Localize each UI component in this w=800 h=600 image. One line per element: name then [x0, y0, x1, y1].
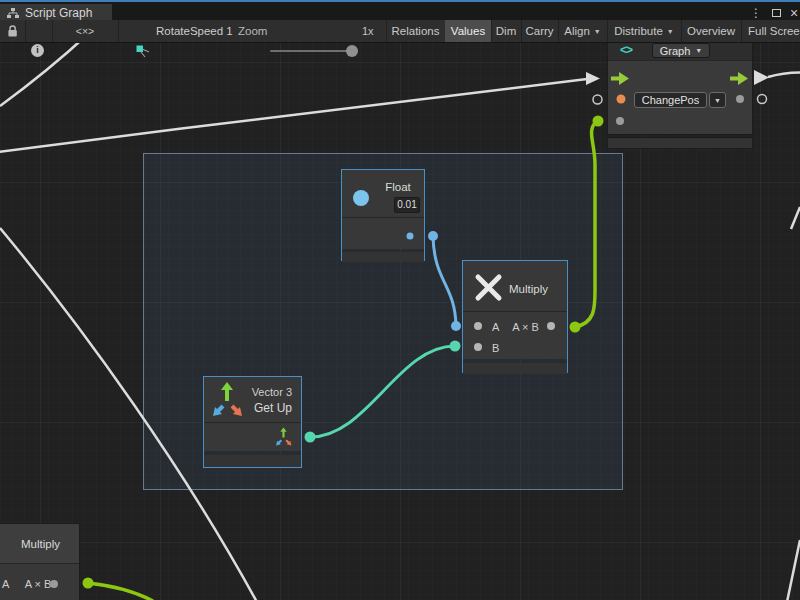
node-title: Multiply: [509, 283, 548, 295]
code-icon: <×>: [76, 25, 94, 37]
float-value-input[interactable]: 0.01: [394, 197, 420, 213]
port-label-axb: A × B: [509, 321, 542, 333]
toolbar-button-values[interactable]: Values: [445, 20, 491, 42]
chevron-down-icon: ▼: [695, 47, 702, 54]
node-title: Float: [378, 181, 418, 193]
script-machine-icon: [136, 44, 153, 59]
port-label-b: B: [492, 342, 499, 354]
node-footer: [342, 252, 424, 262]
lock-button[interactable]: [0, 20, 25, 42]
toolbar-button-relations[interactable]: Relations: [386, 20, 445, 42]
vector3-output-port-icon[interactable]: [275, 427, 293, 447]
graph-dropdown[interactable]: Graph▼: [652, 43, 710, 58]
zoom-slider-track[interactable]: [270, 50, 358, 52]
graph-hierarchy-icon: [7, 8, 19, 19]
changepos-dropdown[interactable]: ChangePos: [634, 92, 707, 108]
toolbar-button-distribute[interactable]: Distribute▼: [607, 20, 681, 42]
zoom-value: 1x: [362, 20, 374, 42]
graph-nest-node[interactable]: <> Graph▼ ChangePos ▼: [607, 40, 753, 147]
toolbar-button-fullscreen[interactable]: Full Screen: [741, 20, 800, 42]
zoom-slider-handle[interactable]: [346, 45, 358, 57]
port-label-a: A: [492, 321, 499, 333]
node-footer: [607, 137, 753, 149]
vector3-icon: [211, 381, 245, 419]
graph-chevrons-icon: <>: [620, 43, 632, 57]
float-type-icon: [353, 190, 369, 206]
node-title: Multiply: [21, 538, 60, 550]
port-label-a: A: [2, 578, 9, 590]
unity-script-graph-window: Script Graph ⋮ × i <×>: [0, 0, 800, 600]
info-icon: i: [31, 44, 44, 57]
chevron-down-icon: ▼: [667, 28, 674, 35]
corner-multiply-node[interactable]: Multiply A A × B: [0, 523, 80, 600]
code-view-button[interactable]: <×>: [52, 20, 118, 42]
port-label-axb: A × B: [22, 578, 54, 590]
toolbar-button-align[interactable]: Align▼: [558, 20, 607, 42]
float-node[interactable]: Float 0.01: [341, 169, 425, 261]
toolbar-button-overview[interactable]: Overview: [681, 20, 741, 42]
multiply-x-icon: [474, 273, 503, 302]
lock-icon: [7, 25, 18, 38]
changepos-dropdown-arrow-button[interactable]: ▼: [709, 92, 726, 108]
chevron-down-icon: ▼: [714, 97, 721, 104]
node-footer: [463, 363, 567, 374]
zoom-label: Zoom: [238, 20, 267, 42]
graph-toolbar: i <×> RotateSpeed 1 Zoom 1x Relations Va…: [0, 20, 800, 43]
vector3-getup-node[interactable]: Vector 3 Get Up: [203, 376, 302, 468]
tab-title: Script Graph: [25, 6, 92, 20]
toolbar-button-carry[interactable]: Carry: [521, 20, 558, 42]
node-type-label: Vector 3: [252, 386, 292, 398]
maximize-icon: [772, 9, 781, 17]
node-footer: [204, 455, 301, 467]
node-title: Get Up: [254, 401, 292, 415]
chevron-down-icon: ▼: [594, 28, 601, 35]
graph-name-label: RotateSpeed 1: [156, 20, 233, 42]
toolbar-button-dim[interactable]: Dim: [491, 20, 521, 42]
title-bar: Script Graph ⋮ ×: [0, 0, 800, 20]
multiply-node[interactable]: Multiply A A × B B: [462, 260, 568, 373]
